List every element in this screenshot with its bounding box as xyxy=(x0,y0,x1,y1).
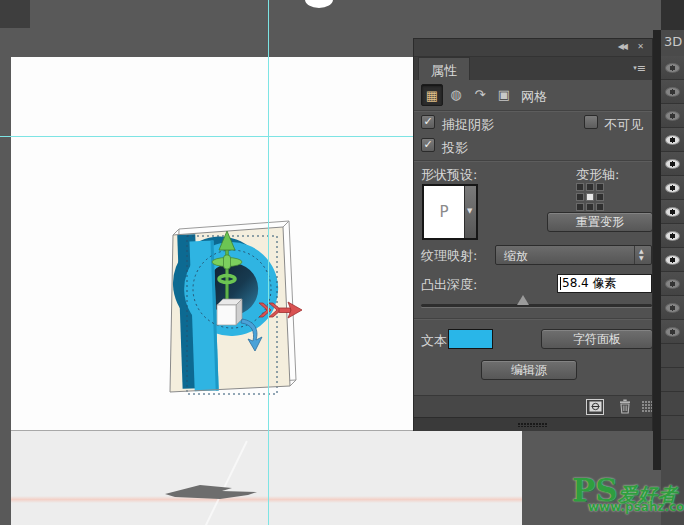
3d-panel-tab-label[interactable]: 3D xyxy=(664,34,682,49)
menu-lines-icon: ≡ xyxy=(637,62,646,75)
empty-layer-cell xyxy=(661,416,684,440)
texture-mapping-dropdown[interactable]: 缩放 ▲ ▼ xyxy=(495,245,652,265)
panel-footer xyxy=(414,395,652,417)
visibility-eye-toggle[interactable] xyxy=(661,176,684,200)
extrusion-depth-input[interactable]: 58.4 像素 xyxy=(557,274,652,293)
visibility-eye-toggle[interactable] xyxy=(661,272,684,296)
vertical-guide[interactable] xyxy=(268,0,269,525)
empty-layer-cell xyxy=(661,368,684,392)
eye-icon xyxy=(665,183,680,193)
extrusion-depth-label: 凸出深度: xyxy=(421,276,477,294)
eye-icon xyxy=(665,255,680,265)
toolbar-corner-fragment xyxy=(0,0,30,28)
delete-trash-icon[interactable] xyxy=(618,399,632,417)
eye-icon xyxy=(665,87,680,97)
eye-icon xyxy=(665,303,680,313)
3d-layers-strip: 3D xyxy=(661,0,684,525)
dropdown-down-icon: ▼ xyxy=(639,254,644,261)
catch-shadow-checkbox[interactable]: ✓ xyxy=(421,115,435,129)
cast-shadow-checkbox[interactable]: ✓ xyxy=(421,138,435,152)
panel-bottom-strip xyxy=(414,417,652,431)
shape-preset-thumbnail[interactable]: P ▼ xyxy=(422,184,478,240)
mesh-section-label: 网格 xyxy=(521,88,547,106)
catch-shadow-label: 捕捉阴影 xyxy=(442,116,494,134)
panel-menu-icon[interactable]: ▾≡ xyxy=(633,62,646,75)
clipped-white-shape xyxy=(305,0,333,8)
texture-mapping-value: 缩放 xyxy=(504,248,528,265)
separator xyxy=(414,110,652,112)
watermark-url: www.psahz.com xyxy=(588,500,684,514)
reset-deform-button[interactable]: 重置变形 xyxy=(547,212,653,232)
eye-icon xyxy=(665,111,680,121)
3d-object-viewport[interactable]: P xyxy=(160,213,330,408)
tab-properties[interactable]: 属性 xyxy=(418,57,470,80)
preset-dropdown-arrow-icon: ▼ xyxy=(467,207,472,215)
visibility-eye-toggle[interactable] xyxy=(661,296,684,320)
panel-dock-gap xyxy=(653,30,661,470)
visibility-eye-toggle[interactable] xyxy=(661,152,684,176)
visibility-eye-toggle[interactable] xyxy=(661,200,684,224)
filter-coordinates-icon[interactable]: ▣ xyxy=(493,84,515,106)
collapse-panel-icon[interactable]: ◀◀ xyxy=(618,42,626,51)
dropdown-arrows: ▲ ▼ xyxy=(634,246,651,264)
panel-resize-grip[interactable] xyxy=(642,401,652,413)
dropdown-up-icon: ▲ xyxy=(639,247,644,254)
separator xyxy=(414,160,652,162)
texture-mapping-label: 纹理映射: xyxy=(421,247,477,265)
panel-tabbar: 属性 ▾≡ xyxy=(414,57,652,80)
eye-icon xyxy=(665,159,680,169)
extrusion-depth-slider[interactable] xyxy=(421,304,652,307)
visibility-eye-toggle[interactable] xyxy=(661,224,684,248)
eye-strip-cells xyxy=(661,56,684,440)
visibility-eye-toggle[interactable] xyxy=(661,248,684,272)
strip-corner xyxy=(661,0,684,30)
eye-icon xyxy=(665,63,680,73)
preset-dropdown-strip[interactable]: ▼ xyxy=(464,186,476,238)
extrusion-depth-value: 58.4 像素 xyxy=(562,276,617,290)
watermark: PS爱好者 www.psahz.com xyxy=(572,476,684,508)
filter-mesh-icon[interactable]: ▦ xyxy=(421,84,443,106)
separator xyxy=(414,318,652,320)
filter-materials-icon[interactable]: ◍ xyxy=(445,84,467,106)
character-panel-button[interactable]: 字符面板 xyxy=(541,329,653,349)
photoshop-workspace: P xyxy=(0,0,684,525)
panel-content: ▦ ◍ ↷ ▣ 网格 ✓ 捕捉阴影 不可见 ✓ 投影 形状预设: 变形轴: P xyxy=(414,80,652,395)
visibility-eye-toggle[interactable] xyxy=(661,56,684,80)
edit-source-button[interactable]: 编辑源 xyxy=(481,360,577,380)
empty-layer-cell xyxy=(661,392,684,416)
filter-deform-icon[interactable]: ↷ xyxy=(469,84,491,106)
deform-axis-grid[interactable] xyxy=(576,183,606,213)
eye-icon xyxy=(665,327,680,337)
horizontal-guide[interactable] xyxy=(0,136,413,137)
invisible-checkbox[interactable] xyxy=(584,115,598,129)
mesh-filter-row: ▦ ◍ ↷ ▣ 网格 xyxy=(414,83,652,109)
visibility-eye-toggle[interactable] xyxy=(661,80,684,104)
cast-shadow-label: 投影 xyxy=(442,139,468,157)
panel-drag-handle[interactable] xyxy=(518,423,548,427)
eye-icon xyxy=(665,207,680,217)
deform-axis-label: 变形轴: xyxy=(576,166,619,184)
properties-panel: ◀◀ ✕ 属性 ▾≡ ▦ ◍ ↷ ▣ 网格 ✓ 捕捉阴影 不可见 ✓ xyxy=(413,38,653,431)
eye-icon xyxy=(665,231,680,241)
object-cast-shadow xyxy=(160,478,280,506)
invisible-label: 不可见 xyxy=(604,116,643,134)
visibility-eye-toggle[interactable] xyxy=(661,320,684,344)
text-label: 文本: xyxy=(421,332,451,350)
eye-icon xyxy=(665,279,680,289)
panel-titlebar[interactable]: ◀◀ ✕ xyxy=(414,39,652,57)
preset-letter-preview: P xyxy=(424,186,464,238)
extrusion-slider-thumb[interactable] xyxy=(517,295,529,305)
text-caret xyxy=(560,277,561,290)
visibility-eye-toggle[interactable] xyxy=(661,104,684,128)
gizmo-center-cube[interactable] xyxy=(217,299,242,325)
letter-glyph-label: P xyxy=(198,375,204,386)
shape-preset-label: 形状预设: xyxy=(421,166,477,184)
text-color-swatch[interactable] xyxy=(448,329,493,349)
visibility-eye-toggle[interactable] xyxy=(661,128,684,152)
close-panel-icon[interactable]: ✕ xyxy=(637,42,644,51)
catch-shadow-row: ✓ 捕捉阴影 不可见 xyxy=(414,115,652,133)
eye-icon xyxy=(665,135,680,145)
cast-shadow-row: ✓ 投影 xyxy=(414,138,652,156)
toggle-3d-extras-icon[interactable] xyxy=(586,399,604,415)
empty-layer-cell xyxy=(661,344,684,368)
